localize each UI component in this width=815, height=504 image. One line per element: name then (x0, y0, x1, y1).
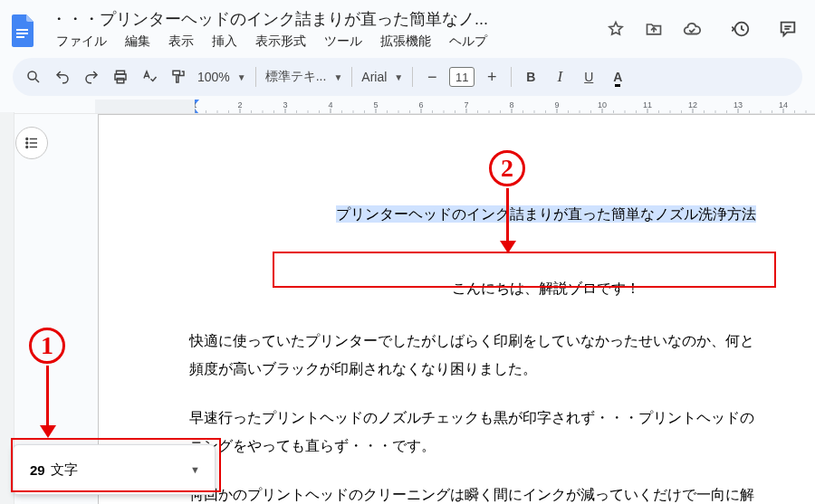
svg-point-6 (28, 71, 36, 80)
svg-text:7: 7 (464, 100, 468, 109)
star-icon[interactable] (605, 18, 627, 40)
svg-point-91 (26, 147, 28, 148)
svg-rect-11 (173, 71, 180, 75)
increase-fontsize-button[interactable]: + (478, 63, 505, 90)
svg-text:2: 2 (237, 100, 242, 109)
svg-text:9: 9 (554, 100, 559, 109)
vertical-ruler (0, 112, 14, 504)
svg-text:3: 3 (283, 100, 287, 109)
menu-help[interactable]: ヘルプ (442, 32, 494, 52)
svg-point-89 (26, 138, 28, 140)
cloud-status-icon[interactable] (681, 18, 703, 40)
svg-text:5: 5 (373, 100, 378, 109)
svg-rect-0 (16, 29, 28, 31)
svg-text:10: 10 (598, 100, 607, 109)
text-color-button[interactable]: A (604, 63, 631, 90)
move-to-drive-icon[interactable] (643, 18, 665, 40)
menu-file[interactable]: ファイル (49, 32, 114, 52)
svg-text:12: 12 (688, 100, 697, 109)
paint-format-icon[interactable] (165, 63, 192, 90)
menu-extensions[interactable]: 拡張機能 (373, 32, 438, 52)
underline-button[interactable]: U (575, 63, 602, 90)
zoom-value[interactable]: 100% (197, 70, 230, 84)
bold-button[interactable]: B (517, 63, 544, 90)
title-bar: ・・・プリンターヘッドのインク詰まりが直った簡単なノ... ファイル 編集 表示… (0, 0, 815, 58)
chevron-down-icon[interactable]: ▼ (237, 72, 246, 82)
search-menus-icon[interactable] (20, 63, 47, 90)
outline-toggle-button[interactable] (15, 127, 48, 159)
menu-view[interactable]: 表示 (161, 32, 201, 52)
svg-text:6: 6 (418, 100, 423, 109)
redo-icon[interactable] (78, 63, 105, 90)
svg-text:11: 11 (643, 100, 652, 109)
chevron-down-icon[interactable]: ▼ (190, 464, 204, 475)
svg-text:14: 14 (779, 100, 788, 109)
svg-rect-2 (16, 36, 24, 38)
document-title[interactable]: ・・・プリンターヘッドのインク詰まりが直った簡単なノ... (49, 6, 599, 30)
spellcheck-icon[interactable] (136, 63, 163, 90)
svg-text:4: 4 (328, 100, 332, 109)
history-icon[interactable] (730, 18, 752, 40)
comments-icon[interactable] (777, 18, 799, 40)
word-count-unit: 文字 (51, 461, 78, 479)
italic-button[interactable]: I (546, 63, 573, 90)
font-family[interactable]: Arial (361, 70, 387, 84)
menu-insert[interactable]: 挿入 (205, 32, 244, 52)
ruler[interactable]: 123456789101112131415 (0, 100, 815, 114)
menu-format[interactable]: 表示形式 (248, 32, 313, 52)
print-icon[interactable] (107, 63, 134, 90)
greeting-line[interactable]: こんにちは、解説ゾロです！ (99, 275, 815, 302)
paragraph-style[interactable]: 標準テキ... (265, 69, 327, 85)
body-text[interactable]: 快適に使っていたプリンターでしたがしばらく印刷をしていなかったせいなのか、何と頻… (189, 328, 815, 504)
font-size-input[interactable]: 11 (449, 67, 475, 87)
chevron-down-icon[interactable]: ▼ (333, 72, 342, 82)
menu-bar: ファイル 編集 表示 挿入 表示形式 ツール 拡張機能 ヘルプ (49, 30, 599, 52)
svg-text:8: 8 (509, 100, 513, 109)
undo-icon[interactable] (49, 63, 76, 90)
selected-heading-text[interactable]: プリンターヘッドのインク詰まりが直った簡単なノズル洗浄方法 (336, 205, 756, 223)
decrease-fontsize-button[interactable]: − (418, 63, 446, 90)
word-count-popup[interactable]: 29 文字 ▼ (13, 444, 216, 495)
menu-edit[interactable]: 編集 (118, 32, 158, 52)
menu-tools[interactable]: ツール (317, 32, 369, 52)
docs-logo[interactable] (9, 13, 38, 49)
svg-line-7 (35, 79, 39, 82)
chevron-down-icon[interactable]: ▼ (394, 72, 403, 82)
svg-text:13: 13 (734, 100, 743, 109)
word-count-value: 29 (30, 462, 45, 478)
svg-rect-1 (16, 33, 28, 34)
toolbar: 100% ▼ 標準テキ... ▼ Arial ▼ − 11 + B I U A (13, 58, 802, 96)
svg-point-90 (26, 142, 28, 144)
